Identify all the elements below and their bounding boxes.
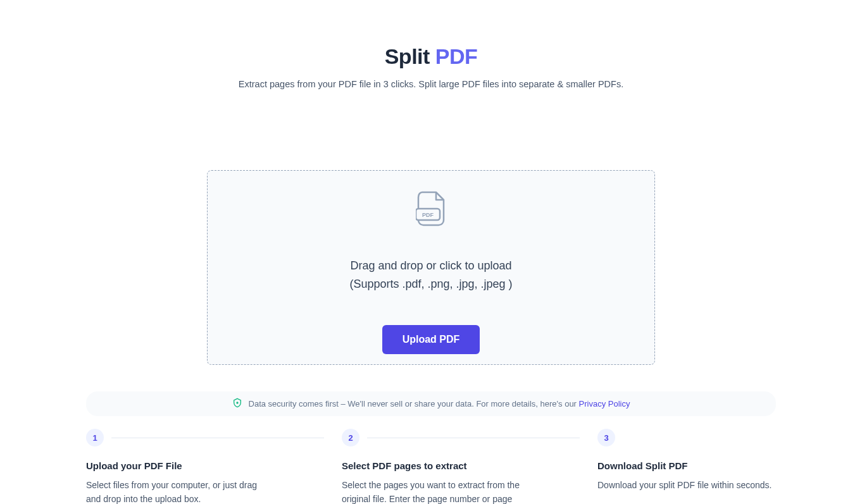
dropzone-line1: Drag and drop or click to upload [349, 257, 512, 275]
step-title: Download Split PDF [597, 460, 776, 471]
security-text: Data security comes first – We'll never … [249, 399, 630, 409]
pdf-file-icon: PDF [416, 191, 446, 257]
upload-dropzone[interactable]: PDF Drag and drop or click to upload (Su… [207, 170, 655, 365]
svg-point-2 [236, 402, 238, 403]
step-header: 3 [597, 429, 776, 446]
step-title: Select PDF pages to extract [342, 460, 580, 471]
shield-icon [232, 398, 242, 410]
step-number-badge: 2 [342, 429, 359, 446]
step-divider [111, 438, 324, 438]
step-divider [367, 438, 580, 438]
title-prefix: Split [385, 44, 430, 68]
page-title: Split PDF [83, 44, 779, 69]
dropzone-line2: (Supports .pdf, .png, .jpg, .jpeg ) [349, 275, 512, 293]
dropzone-instructions: Drag and drop or click to upload (Suppor… [349, 257, 512, 293]
step-number-badge: 3 [597, 429, 615, 446]
privacy-policy-link[interactable]: Privacy Policy [579, 399, 630, 409]
steps-row: 1 Upload your PDF File Select files from… [86, 429, 776, 504]
step-3: 3 Download Split PDF Download your split… [597, 429, 776, 504]
step-header: 1 [86, 429, 324, 446]
step-description: Select the pages you want to extract fro… [342, 479, 525, 504]
security-notice: Data security comes first – We'll never … [86, 391, 776, 416]
step-description: Download your split PDF file within seco… [597, 479, 776, 493]
upload-pdf-button[interactable]: Upload PDF [382, 325, 480, 354]
step-title: Upload your PDF File [86, 460, 324, 471]
step-1: 1 Upload your PDF File Select files from… [86, 429, 324, 504]
step-header: 2 [342, 429, 580, 446]
svg-text:PDF: PDF [422, 212, 434, 218]
step-2: 2 Select PDF pages to extract Select the… [342, 429, 580, 504]
title-accent: PDF [435, 44, 478, 68]
step-number-badge: 1 [86, 429, 104, 446]
page-subtitle: Extract pages from your PDF file in 3 cl… [83, 79, 779, 89]
step-description: Select files from your computer, or just… [86, 479, 270, 504]
